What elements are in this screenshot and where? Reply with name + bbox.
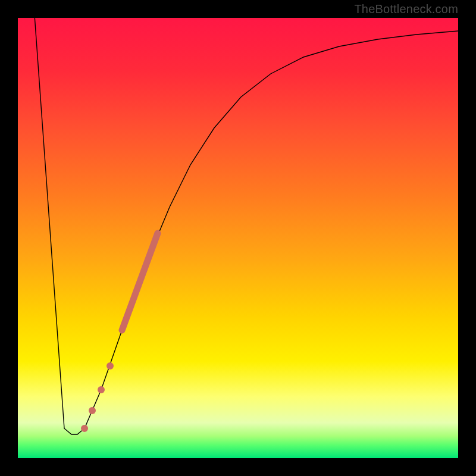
- highlight-dot: [81, 425, 88, 432]
- plot-area: [18, 18, 458, 458]
- highlight-dot: [98, 386, 105, 393]
- chart-frame: TheBottleneck.com: [0, 0, 476, 476]
- bottleneck-curve: [35, 18, 458, 434]
- highlight-segment: [122, 233, 158, 330]
- highlight-dot: [89, 407, 96, 414]
- watermark-text: TheBottleneck.com: [354, 2, 458, 16]
- highlight-dots: [81, 362, 114, 432]
- chart-svg: [18, 18, 458, 458]
- highlight-dot: [107, 362, 114, 369]
